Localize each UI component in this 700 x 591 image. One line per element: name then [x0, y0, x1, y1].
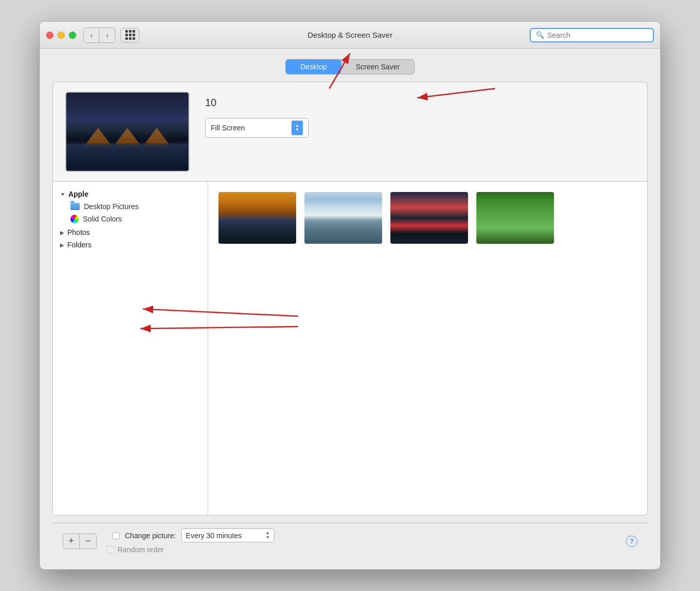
photos-label: Photos — [67, 228, 90, 237]
interval-up-icon: ▲ — [266, 531, 270, 535]
interval-down-icon: ▼ — [266, 536, 270, 540]
sidebar-item-photos[interactable]: ▶ Photos — [53, 226, 208, 239]
fill-label: Fill Screen — [211, 124, 288, 132]
search-box[interactable]: 🔍 — [530, 28, 654, 42]
tab-bar: Desktop Screen Saver — [52, 59, 648, 75]
grid-icon — [125, 30, 135, 40]
back-button[interactable]: ‹ — [84, 28, 99, 42]
window-title: Desktop & Screen Saver — [308, 31, 392, 39]
preview-thumbnail — [65, 92, 189, 172]
remove-button[interactable]: − — [80, 534, 96, 549]
change-picture-label: Change picture: — [125, 531, 176, 540]
color-wheel-icon — [70, 215, 79, 223]
tab-group: Desktop Screen Saver — [285, 59, 415, 75]
browser-area: ▼ Apple Desktop Pictures Solid Colors — [53, 181, 647, 515]
search-input[interactable] — [547, 31, 648, 39]
bottom-bar: + − Change picture: Every 30 minutes ▲ ▼ — [52, 523, 648, 559]
help-button[interactable]: ? — [626, 536, 637, 547]
interval-stepper: ▲ ▼ — [266, 531, 270, 540]
preview-row: 10 Fill Screen ▲ ▼ — [53, 82, 647, 181]
close-button[interactable] — [46, 32, 53, 39]
random-order-checkbox[interactable] — [107, 546, 114, 553]
main-panel: 10 Fill Screen ▲ ▼ — [52, 82, 648, 515]
thumbnail-1[interactable] — [218, 192, 296, 244]
sidebar-item-desktop-pictures[interactable]: Desktop Pictures — [53, 200, 208, 213]
interval-dropdown[interactable]: Every 30 minutes ▲ ▼ — [181, 528, 274, 542]
random-order-label: Random order — [118, 545, 164, 554]
change-picture-checkbox[interactable] — [112, 532, 120, 539]
thumbnail-4[interactable] — [476, 192, 554, 244]
add-button[interactable]: + — [63, 534, 80, 549]
fill-stepper[interactable]: ▲ ▼ — [291, 121, 303, 135]
apple-section: ▼ Apple Desktop Pictures Solid Colors — [53, 187, 208, 226]
change-picture-row: Change picture: Every 30 minutes ▲ ▼ — [112, 528, 621, 542]
sidebar-item-folders[interactable]: ▶ Folders — [53, 239, 208, 251]
apple-triangle: ▼ — [60, 191, 65, 197]
folder-icon — [70, 203, 80, 210]
image-number: 10 — [205, 97, 309, 109]
folders-label: Folders — [67, 241, 92, 249]
thumbnail-area — [208, 182, 647, 515]
apple-group-header[interactable]: ▼ Apple — [53, 188, 208, 200]
desktop-pictures-label: Desktop Pictures — [84, 202, 139, 211]
traffic-lights — [46, 32, 76, 39]
nav-buttons: ‹ › — [83, 27, 115, 43]
tab-screen-saver[interactable]: Screen Saver — [341, 60, 414, 74]
search-icon: 🔍 — [536, 31, 544, 39]
content-area: Desktop Screen Saver 10 Fill Screen — [40, 49, 660, 569]
titlebar: ‹ › Desktop & Screen Saver 🔍 — [40, 22, 660, 49]
photos-triangle: ▶ — [60, 230, 64, 235]
interval-label: Every 30 minutes — [186, 531, 266, 540]
minimize-button[interactable] — [57, 32, 65, 39]
random-order-row: Random order — [107, 545, 621, 554]
sidebar: ▼ Apple Desktop Pictures Solid Colors — [53, 182, 208, 515]
add-remove-buttons: + − — [63, 534, 97, 549]
solid-colors-label: Solid Colors — [83, 215, 122, 223]
thumbnail-3[interactable] — [390, 192, 468, 244]
stepper-down-icon: ▼ — [295, 128, 299, 132]
apple-label: Apple — [68, 190, 89, 198]
grid-view-button[interactable] — [121, 28, 139, 42]
folders-triangle: ▶ — [60, 242, 64, 248]
preview-image — [66, 93, 188, 171]
thumbnail-2[interactable] — [304, 192, 382, 244]
sidebar-item-solid-colors[interactable]: Solid Colors — [53, 213, 208, 225]
preview-info: 10 Fill Screen ▲ ▼ — [205, 92, 309, 138]
fill-dropdown[interactable]: Fill Screen ▲ ▼ — [205, 118, 309, 138]
maximize-button[interactable] — [69, 32, 76, 39]
forward-button[interactable]: › — [99, 28, 115, 42]
tab-desktop[interactable]: Desktop — [286, 60, 341, 74]
main-window: ‹ › Desktop & Screen Saver 🔍 Desk — [39, 21, 661, 570]
